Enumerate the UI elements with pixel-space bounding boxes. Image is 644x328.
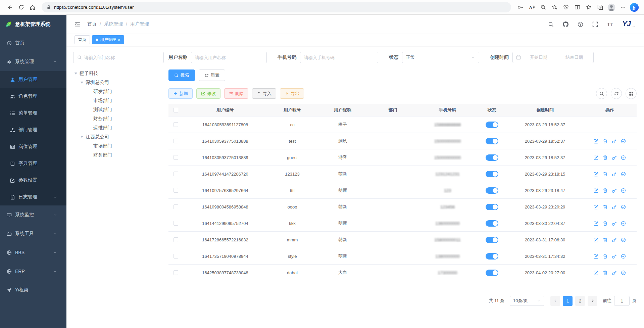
tab-close-icon[interactable]: × — [118, 38, 120, 42]
delete-row-icon[interactable] — [603, 139, 608, 144]
row-checkbox[interactable] — [174, 188, 178, 193]
refresh-table-icon[interactable] — [611, 88, 622, 99]
sidebar-item-system-tools[interactable]: 系统工具 — [0, 224, 66, 243]
select-all-checkbox[interactable] — [174, 108, 178, 112]
page-1-button[interactable]: 1 — [563, 296, 573, 306]
status-select[interactable]: 正常 — [402, 52, 479, 63]
export-button[interactable]: 导出 — [280, 88, 304, 99]
reset-password-icon[interactable] — [612, 270, 617, 275]
next-page-button[interactable] — [588, 296, 597, 306]
status-toggle[interactable] — [486, 204, 498, 210]
reset-password-icon[interactable] — [612, 155, 617, 160]
passwords-key-icon[interactable] — [514, 2, 526, 13]
sidebar-item-system-monitor[interactable]: 系统监控 — [0, 205, 66, 224]
sidebar-item-dept-management[interactable]: 部门管理 — [0, 122, 66, 138]
help-icon[interactable] — [578, 21, 583, 27]
collections-icon[interactable] — [594, 2, 606, 13]
sidebar-item-home[interactable]: 首页 — [0, 34, 66, 52]
edit-row-icon[interactable] — [594, 188, 599, 193]
sidebar-item-role-management[interactable]: 角色管理 — [0, 88, 66, 105]
sidebar-item-menu-management[interactable]: 菜单管理 — [0, 105, 66, 122]
edit-row-icon[interactable] — [594, 270, 599, 275]
tree-node-dept[interactable]: 市场部门 — [73, 141, 164, 150]
delete-row-icon[interactable] — [603, 237, 608, 242]
sidebar-collapse-icon[interactable] — [75, 21, 81, 27]
assign-role-icon[interactable] — [621, 204, 626, 209]
tree-node-dept[interactable]: 研发部门 — [73, 87, 164, 96]
browser-profile-avatar[interactable] — [606, 2, 617, 13]
row-checkbox[interactable] — [174, 139, 178, 143]
reset-password-icon[interactable] — [612, 204, 617, 209]
tree-node-dept[interactable]: 市场部门 — [73, 96, 164, 105]
assign-role-icon[interactable] — [621, 237, 626, 242]
browser-essentials-icon[interactable] — [560, 2, 572, 13]
sidebar-item-param-settings[interactable]: 参数设置 — [0, 172, 66, 189]
zoom-icon[interactable] — [537, 2, 549, 13]
page-2-button[interactable]: 2 — [575, 296, 585, 306]
user-avatar[interactable]: YJ — [622, 20, 635, 28]
status-toggle[interactable] — [486, 122, 498, 128]
assign-role-icon[interactable] — [621, 139, 626, 144]
username-input[interactable] — [195, 55, 263, 60]
status-toggle[interactable] — [486, 154, 498, 161]
font-size-icon[interactable] — [607, 21, 613, 27]
phone-input[interactable] — [304, 55, 374, 60]
favorites-icon[interactable] — [583, 2, 594, 13]
sidebar-item-log-management[interactable]: 日志管理 — [0, 189, 66, 205]
page-size-select[interactable]: 10条/页 — [510, 296, 544, 306]
search-button[interactable]: 搜索 — [168, 69, 195, 81]
edit-row-icon[interactable] — [594, 237, 599, 242]
edit-row-icon[interactable] — [594, 221, 599, 226]
reset-password-icon[interactable] — [612, 237, 617, 242]
row-checkbox[interactable] — [174, 155, 178, 160]
assign-role-icon[interactable] — [621, 270, 626, 275]
add-button[interactable]: 新增 — [168, 88, 193, 99]
delete-row-icon[interactable] — [603, 270, 608, 275]
edit-row-icon[interactable] — [594, 139, 599, 144]
row-checkbox[interactable] — [174, 204, 178, 209]
tab-user-management[interactable]: 用户管理 × — [92, 35, 124, 44]
assign-role-icon[interactable] — [621, 188, 626, 193]
tree-node-dept[interactable]: 测试部门 — [73, 105, 164, 114]
delete-row-icon[interactable] — [603, 155, 608, 160]
url-bar[interactable]: https://ccnetcore.com:1101/system/user — [42, 2, 511, 12]
tree-node-company[interactable]: 深圳总公司 — [73, 78, 164, 87]
row-checkbox[interactable] — [174, 221, 178, 226]
import-button[interactable]: 导入 — [252, 88, 276, 99]
sidebar-item-post-management[interactable]: 岗位管理 — [0, 138, 66, 155]
browser-home-button[interactable] — [27, 2, 38, 13]
status-toggle[interactable] — [486, 237, 498, 243]
browser-menu-icon[interactable] — [617, 2, 629, 13]
delete-row-icon[interactable] — [603, 221, 608, 226]
date-range-picker[interactable]: 开始日期 - 结束日期 — [512, 52, 594, 63]
delete-row-icon[interactable] — [603, 172, 608, 177]
browser-reload-button[interactable] — [15, 2, 27, 13]
assign-role-icon[interactable] — [621, 221, 626, 226]
split-screen-icon[interactable] — [572, 2, 583, 13]
goto-page-input[interactable] — [614, 296, 630, 306]
status-toggle[interactable] — [486, 138, 498, 144]
row-checkbox[interactable] — [174, 237, 178, 242]
sidebar-item-erp[interactable]: ERP — [0, 262, 66, 281]
sidebar-item-bbs[interactable]: BBS — [0, 243, 66, 262]
tree-node-dept[interactable]: 财务部门 — [73, 114, 164, 123]
header-search-icon[interactable] — [548, 21, 554, 27]
prev-page-button[interactable] — [550, 296, 560, 306]
status-toggle[interactable] — [486, 270, 498, 276]
row-checkbox[interactable] — [174, 254, 178, 259]
edit-row-icon[interactable] — [594, 172, 599, 177]
fullscreen-icon[interactable] — [592, 21, 598, 27]
dept-search-input[interactable] — [84, 55, 160, 60]
edit-row-icon[interactable] — [594, 254, 599, 259]
tree-node-dept[interactable]: 财务部门 — [73, 150, 164, 159]
edit-row-icon[interactable] — [594, 204, 599, 209]
breadcrumb-home[interactable]: 首页 — [87, 21, 97, 27]
assign-role-icon[interactable] — [621, 172, 626, 177]
tab-home[interactable]: 首页 — [75, 35, 90, 44]
toggle-search-icon[interactable] — [596, 88, 607, 99]
breadcrumb-system[interactable]: 系统管理 — [104, 21, 123, 27]
copilot-icon[interactable] — [629, 2, 640, 13]
sidebar-item-dict-management[interactable]: 字典管理 — [0, 155, 66, 172]
reset-password-icon[interactable] — [612, 221, 617, 226]
browser-back-button[interactable] — [4, 2, 15, 13]
